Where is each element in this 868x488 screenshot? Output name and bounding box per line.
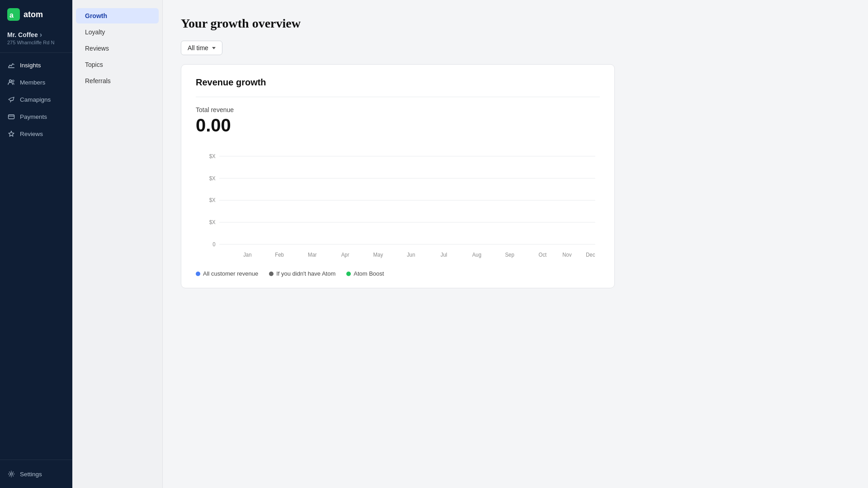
revenue-chart-svg: $X $X $X $X 0 Jan Feb Mar Apr May Jun Ju… bbox=[196, 146, 600, 264]
logo-area: a atom bbox=[0, 0, 72, 27]
account-name: Mr. Coffee › bbox=[7, 31, 65, 39]
svg-text:Feb: Feb bbox=[275, 252, 284, 258]
svg-text:May: May bbox=[373, 252, 383, 258]
revenue-chart-card: Revenue growth Total revenue 0.00 $X $X … bbox=[181, 64, 615, 288]
svg-rect-2 bbox=[8, 67, 14, 68]
time-filter-label: All time bbox=[188, 44, 208, 52]
atom-logo-icon: a bbox=[7, 8, 20, 21]
legend-item-all-customer: All customer revenue bbox=[196, 270, 258, 277]
total-revenue-value: 0.00 bbox=[196, 115, 600, 136]
legend-label-atom-boost: Atom Boost bbox=[354, 270, 384, 277]
subnav-item-growth[interactable]: Growth bbox=[76, 8, 159, 23]
svg-text:Mar: Mar bbox=[308, 252, 317, 258]
sidebar: a atom Mr. Coffee › 275 Wharncliffe Rd N… bbox=[0, 0, 72, 488]
sidebar-item-payments[interactable]: Payments bbox=[0, 108, 72, 125]
account-selector[interactable]: Mr. Coffee › 275 Wharncliffe Rd N bbox=[0, 27, 72, 53]
chart-divider bbox=[196, 97, 600, 97]
sidebar-item-campaigns-label: Camapigns bbox=[20, 96, 51, 103]
svg-text:Jul: Jul bbox=[441, 252, 448, 258]
sidebar-item-reviews[interactable]: Reviews bbox=[0, 125, 72, 142]
svg-text:Aug: Aug bbox=[472, 252, 481, 258]
subnav-item-loyalty[interactable]: Loyalty bbox=[76, 24, 159, 40]
sidebar-item-members[interactable]: Members bbox=[0, 74, 72, 91]
legend-dot-atom-boost bbox=[346, 272, 351, 276]
legend-label-all-customer: All customer revenue bbox=[203, 270, 258, 277]
sidebar-item-insights[interactable]: Insights bbox=[0, 56, 72, 74]
page-title: Your growth overview bbox=[181, 16, 850, 31]
legend-label-no-atom: If you didn't have Atom bbox=[276, 270, 335, 277]
svg-text:$X: $X bbox=[209, 219, 216, 225]
filter-bar: All time bbox=[181, 41, 850, 55]
sidebar-item-settings-label: Settings bbox=[20, 471, 42, 478]
account-chevron: › bbox=[40, 31, 42, 39]
svg-text:Oct: Oct bbox=[538, 252, 547, 258]
sidebar-item-insights-label: Insights bbox=[20, 62, 41, 69]
svg-text:0: 0 bbox=[212, 241, 216, 247]
legend-dot-all-customer bbox=[196, 272, 200, 276]
sidebar-item-payments-label: Payments bbox=[20, 113, 47, 120]
svg-text:Nov: Nov bbox=[562, 252, 571, 258]
svg-text:Sep: Sep bbox=[505, 252, 514, 258]
subnav-item-reviews[interactable]: Reviews bbox=[76, 41, 159, 56]
svg-text:$X: $X bbox=[209, 197, 216, 203]
chart-legend: All customer revenue If you didn't have … bbox=[196, 270, 600, 277]
sidebar-item-settings[interactable]: Settings bbox=[0, 465, 72, 483]
svg-point-6 bbox=[10, 473, 13, 475]
svg-text:Jan: Jan bbox=[243, 252, 251, 258]
svg-text:$X: $X bbox=[209, 153, 216, 159]
svg-text:Apr: Apr bbox=[341, 252, 349, 258]
sidebar-item-members-label: Members bbox=[20, 79, 45, 86]
revenue-chart-area: $X $X $X $X 0 Jan Feb Mar Apr May Jun Ju… bbox=[196, 146, 600, 264]
subnav-item-topics[interactable]: Topics bbox=[76, 57, 159, 72]
svg-text:Dec: Dec bbox=[586, 252, 595, 258]
svg-text:Jun: Jun bbox=[407, 252, 415, 258]
account-address: 275 Wharncliffe Rd N bbox=[7, 40, 65, 45]
total-revenue-label: Total revenue bbox=[196, 106, 600, 113]
svg-point-4 bbox=[12, 80, 14, 82]
payments-icon bbox=[7, 113, 15, 121]
subnav-item-referrals[interactable]: Referrals bbox=[76, 73, 159, 89]
sidebar-item-reviews-label: Reviews bbox=[20, 131, 43, 137]
sidebar-bottom: Settings bbox=[0, 460, 72, 488]
main-nav: Insights Members Camapigns bbox=[0, 53, 72, 460]
legend-item-atom-boost: Atom Boost bbox=[346, 270, 384, 277]
legend-dot-no-atom bbox=[269, 272, 274, 276]
reviews-icon bbox=[7, 130, 15, 138]
chevron-down-icon bbox=[212, 47, 216, 49]
campaigns-icon bbox=[7, 95, 15, 103]
time-filter-dropdown[interactable]: All time bbox=[181, 41, 222, 55]
insights-icon bbox=[7, 61, 15, 69]
svg-text:$X: $X bbox=[209, 175, 216, 181]
svg-text:a: a bbox=[9, 11, 14, 19]
sidebar-item-campaigns[interactable]: Camapigns bbox=[0, 91, 72, 108]
main-content: Your growth overview All time Revenue gr… bbox=[163, 0, 868, 488]
chart-card-title: Revenue growth bbox=[196, 77, 600, 88]
members-icon bbox=[7, 78, 15, 86]
legend-item-no-atom: If you didn't have Atom bbox=[269, 270, 335, 277]
svg-point-3 bbox=[9, 80, 12, 82]
svg-rect-5 bbox=[9, 115, 14, 119]
subnav: Growth Loyalty Reviews Topics Referrals bbox=[72, 0, 163, 488]
settings-icon bbox=[7, 470, 15, 478]
brand-name: atom bbox=[24, 10, 43, 19]
